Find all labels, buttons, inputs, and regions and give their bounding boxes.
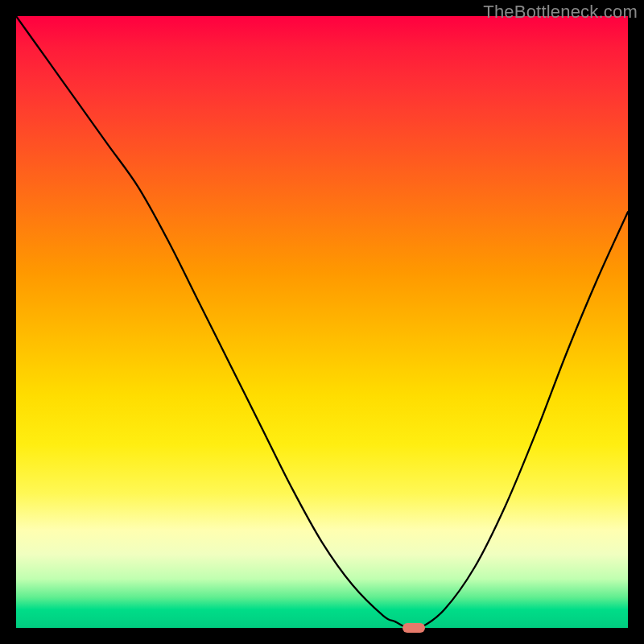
bottleneck-curve [16, 16, 628, 628]
optimal-marker [402, 623, 425, 633]
plot-area [16, 16, 628, 628]
chart-frame: TheBottleneck.com [0, 0, 644, 644]
watermark-text: TheBottleneck.com [483, 2, 638, 23]
